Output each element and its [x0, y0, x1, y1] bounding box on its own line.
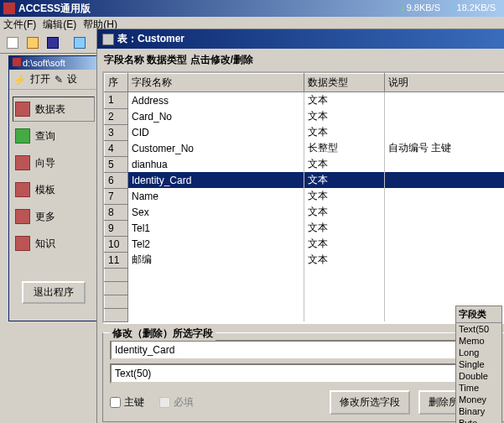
table-designer: 表：Customer 字段名称 数据类型 点击修改/删除 序字段名称数据类型说明…: [96, 29, 504, 423]
upload-speed: 18.2KB/S: [457, 3, 496, 13]
nav-label: 查询: [35, 129, 55, 144]
datatype-item[interactable]: Memo: [456, 335, 501, 347]
table-row[interactable]: [105, 268, 505, 281]
datatype-item[interactable]: Text(50: [456, 323, 501, 335]
table-row[interactable]: 8Sex文本: [105, 204, 505, 220]
lightning-icon: ⚡: [13, 74, 26, 86]
table-row[interactable]: 10Tel2文本: [105, 236, 505, 252]
table-title: 表：Customer: [97, 29, 504, 49]
table-row[interactable]: 4Customer_No长整型自动编号 主键: [105, 140, 505, 156]
column-header[interactable]: 序: [105, 74, 128, 92]
datatype-item[interactable]: Binary: [456, 405, 501, 417]
modify-field-button[interactable]: 修改所选字段: [330, 390, 410, 415]
download-icon: ↓: [400, 3, 405, 13]
menu-file[interactable]: 文件(F): [3, 18, 36, 32]
navigator-window: d:\soft\soft ⚡ 打开 ✎ 设 数据表 查询 向导 模板 更多 知识…: [8, 55, 99, 321]
modify-type-select[interactable]: [112, 365, 484, 382]
modify-name-input[interactable]: [110, 340, 499, 360]
datatype-item[interactable]: Byte: [456, 417, 501, 423]
table-row[interactable]: 2Card_No文本: [105, 108, 505, 124]
datatypes-panel: 字段类 Text(50MemoLongSingleDoubleTimeMoney…: [455, 306, 502, 423]
table-row[interactable]: 5dianhua文本: [105, 156, 505, 172]
design-button[interactable]: 设: [67, 72, 77, 86]
column-header[interactable]: 说明: [385, 74, 505, 92]
table-icon: [15, 102, 30, 117]
chart-button[interactable]: [70, 34, 89, 52]
pencil-icon: ✎: [55, 74, 63, 86]
nav-label: 模板: [35, 183, 55, 197]
table-row[interactable]: 11邮编文本: [105, 252, 505, 268]
table-row[interactable]: 9Tel1文本: [105, 220, 505, 236]
new-file-button[interactable]: [3, 34, 22, 52]
nav-more[interactable]: 更多: [13, 204, 95, 229]
nav-template[interactable]: 模板: [13, 177, 95, 202]
upload-icon: ↑: [450, 3, 455, 13]
table-hint: 字段名称 数据类型 点击修改/删除: [97, 49, 504, 71]
net-stats: ↓ 9.8KB/S ↑ 18.2KB/S: [400, 3, 499, 13]
nav-wizard[interactable]: 向导: [13, 150, 95, 175]
column-header[interactable]: 字段名称: [128, 74, 304, 92]
query-icon: [15, 128, 30, 144]
table-row[interactable]: [105, 295, 505, 308]
nav-label: 数据表: [35, 102, 65, 117]
datatype-item[interactable]: Single: [456, 358, 501, 370]
modify-req-checkbox: 必填: [159, 395, 194, 410]
column-header[interactable]: 数据类型: [304, 74, 385, 92]
table-window-icon: [102, 34, 114, 45]
nav-knowledge[interactable]: 知识: [13, 231, 95, 256]
nav-datatable[interactable]: 数据表: [13, 97, 95, 122]
app-icon: [3, 3, 15, 14]
datatype-item[interactable]: Double: [456, 370, 501, 382]
template-icon: [15, 182, 30, 197]
table-row[interactable]: [105, 281, 505, 295]
nav-label: 知识: [35, 237, 55, 251]
table-row[interactable]: [105, 308, 505, 321]
table-row[interactable]: 7Name文本: [105, 188, 505, 204]
datatype-item[interactable]: Long: [456, 347, 501, 358]
navigator-title: d:\soft\soft: [9, 56, 98, 70]
modify-pk-checkbox[interactable]: 主键: [110, 395, 144, 410]
open-button[interactable]: 打开: [30, 72, 50, 86]
modify-group: 修改（删除）所选字段 ▼ 主键 必填 修改所选字段 删除所选字段: [102, 332, 504, 422]
modify-legend: 修改（删除）所选字段: [110, 326, 216, 341]
menu-edit[interactable]: 编辑(E): [43, 18, 76, 32]
save-button[interactable]: [44, 34, 62, 52]
datatype-item[interactable]: Time: [456, 382, 501, 394]
fields-grid[interactable]: 序字段名称数据类型说明 1Address文本2Card_No文本3CID文本4C…: [102, 71, 504, 324]
datatype-item[interactable]: Money: [456, 394, 501, 405]
nav-label: 更多: [35, 210, 55, 224]
exit-button[interactable]: 退出程序: [22, 281, 86, 304]
knowledge-icon: [15, 236, 30, 251]
open-file-button[interactable]: [23, 34, 42, 52]
more-icon: [15, 209, 30, 224]
table-row[interactable]: 1Address文本: [105, 92, 505, 109]
table-row[interactable]: 6Identity_Card文本: [105, 172, 505, 188]
datatypes-header: 字段类: [456, 306, 501, 323]
nav-label: 向导: [35, 156, 55, 170]
table-row[interactable]: 3CID文本: [105, 124, 505, 140]
wizard-icon: [15, 155, 30, 170]
download-speed: 9.8KB/S: [407, 3, 440, 13]
nav-query[interactable]: 查询: [13, 123, 95, 149]
